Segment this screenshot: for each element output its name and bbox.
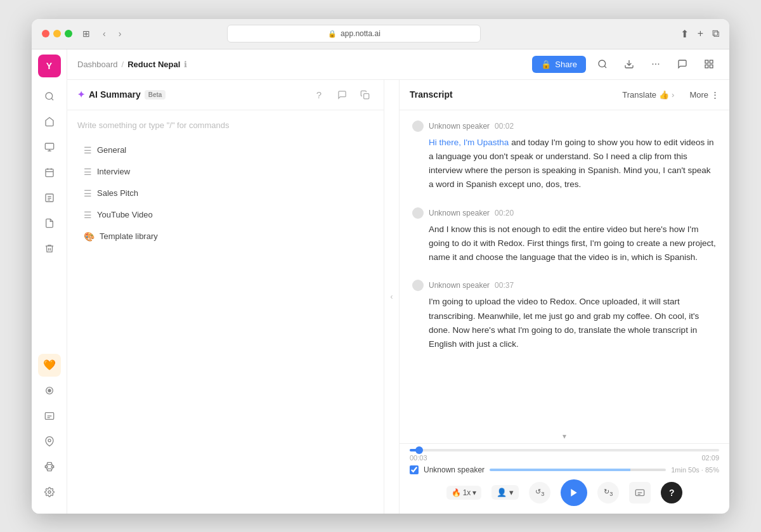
new-tab-button[interactable]: + — [698, 28, 703, 39]
segment-text-2[interactable]: And I know this is not enough to edit th… — [412, 223, 717, 265]
person-icon: 👤 — [497, 488, 507, 497]
speaker-select-button[interactable]: 👤 ▾ — [491, 485, 519, 500]
sidebar-item-settings[interactable] — [38, 481, 61, 503]
template-item-youtube-video[interactable]: ☰ YouTube Video — [77, 205, 374, 225]
user-avatar[interactable]: Y — [38, 55, 61, 77]
breadcrumb-current: Reduct Nepal — [127, 60, 180, 69]
template-item-general[interactable]: ☰ General — [77, 140, 374, 160]
search-top-button[interactable] — [592, 54, 613, 74]
speaker-avatar-2 — [412, 207, 424, 219]
svg-rect-29 — [705, 60, 708, 63]
translate-button[interactable]: Translate 👍 › — [622, 90, 674, 100]
progress-track[interactable] — [410, 449, 719, 451]
transcript-segment-3: Unknown speaker 00:37 I'm going to uploa… — [412, 280, 717, 351]
right-pane-header: Transcript Translate 👍 › More ⋮ — [400, 80, 729, 110]
skip-back-button[interactable]: ↺3 — [529, 482, 550, 503]
beta-badge: Beta — [145, 90, 166, 100]
chat-pane-button[interactable] — [333, 86, 351, 103]
player-speaker-label: Unknown speaker — [424, 465, 485, 474]
speaker-link[interactable]: Hi there, I'm Upastha — [429, 138, 509, 147]
sidebar-item-calendar[interactable] — [38, 161, 61, 184]
transcript-segment-2: Unknown speaker 00:20 And I know this is… — [412, 207, 717, 265]
sidebar-item-subtitles[interactable] — [38, 405, 61, 427]
sidebar-item-notes[interactable] — [38, 212, 61, 235]
sidebar-item-files[interactable] — [38, 136, 61, 159]
speaker-avatar-3 — [412, 280, 424, 291]
minimize-button[interactable] — [53, 30, 61, 37]
template-item-interview[interactable]: ☰ Interview — [77, 162, 374, 182]
sidebar-item-list[interactable] — [38, 186, 61, 209]
download-button[interactable] — [619, 54, 639, 74]
play-button[interactable] — [561, 479, 587, 506]
lock-share-icon: 🔒 — [541, 60, 551, 69]
grid-view-button[interactable] — [699, 54, 719, 74]
segment-text-1[interactable]: Hi there, I'm Upastha and today I'm goin… — [412, 136, 717, 192]
sidebar-item-trash[interactable] — [38, 237, 61, 260]
svg-rect-33 — [363, 93, 368, 98]
close-button[interactable] — [42, 30, 49, 37]
svg-point-0 — [46, 93, 53, 100]
sidebar-item-home[interactable] — [38, 110, 61, 133]
comment-button[interactable] — [672, 54, 693, 74]
maximize-button[interactable] — [65, 30, 72, 37]
sparkle-icon: ✦ — [77, 89, 85, 100]
sidebar-item-plugins[interactable] — [38, 455, 61, 478]
template-icon-sales-pitch: ☰ — [84, 188, 92, 198]
svg-rect-30 — [710, 60, 713, 63]
svg-point-25 — [48, 491, 51, 493]
playback-speed-button[interactable]: 🔥 1x ▾ — [446, 486, 482, 500]
segment-header-1: Unknown speaker 00:02 — [412, 120, 717, 132]
left-pane: ✦ AI Summary Beta ? — [67, 80, 384, 514]
info-icon[interactable]: ℹ — [184, 60, 187, 69]
share-browser-button[interactable]: ⬆ — [680, 28, 689, 40]
player-controls: 🔥 1x ▾ 👤 ▾ ↺3 — [410, 479, 719, 506]
svg-rect-20 — [47, 469, 51, 470]
template-icon-general: ☰ — [84, 145, 92, 155]
svg-marker-34 — [571, 489, 577, 496]
template-list: ☰ General ☰ Interview ☰ Sales Pitch — [77, 140, 374, 247]
more-options-button[interactable]: ··· — [646, 54, 666, 74]
tab-overview-button[interactable]: ⧉ — [712, 28, 719, 39]
more-options-transcript-button[interactable]: More ⋮ — [689, 90, 719, 100]
editor-placeholder[interactable]: Write something or type "/" for commands — [77, 120, 374, 130]
help-button[interactable]: ? — [661, 482, 682, 503]
template-item-sales-pitch[interactable]: ☰ Sales Pitch — [77, 183, 374, 204]
forward-button[interactable]: › — [116, 27, 124, 40]
speaker-name-1: Unknown speaker — [429, 122, 490, 131]
svg-point-14 — [48, 389, 51, 392]
more-dots-icon: ⋮ — [711, 90, 719, 100]
sidebar-toggle-button[interactable]: ⊞ — [80, 27, 93, 40]
progress-bar-container[interactable] — [410, 449, 719, 451]
ai-summary-label: AI Summary — [89, 89, 141, 100]
breadcrumb-parent[interactable]: Dashboard — [77, 60, 118, 69]
address-bar[interactable]: 🔒 app.notta.ai — [227, 25, 481, 42]
chevron-down-speed-icon: ▾ — [472, 488, 476, 497]
speaker-confidence: 85% — [705, 466, 719, 474]
speaker-checkbox[interactable] — [410, 465, 419, 474]
copy-pane-button[interactable] — [356, 86, 374, 103]
sidebar-item-search[interactable] — [38, 85, 61, 108]
speaker-avatar-1 — [412, 120, 424, 132]
back-button[interactable]: ‹ — [100, 27, 108, 40]
breadcrumb-separator: / — [122, 60, 124, 69]
pane-collapse-handle[interactable]: ‹ — [384, 80, 400, 514]
chevron-right-icon: › — [672, 90, 674, 100]
svg-line-27 — [604, 66, 606, 68]
segment-header-3: Unknown speaker 00:37 — [412, 280, 717, 291]
breadcrumb: Dashboard / Reduct Nepal ℹ — [77, 60, 187, 69]
template-item-template-library[interactable]: 🎨 Template library — [77, 226, 374, 247]
segment-text-3[interactable]: I'm going to upload the video to Redox. … — [412, 295, 717, 351]
current-time: 00:03 — [410, 454, 427, 462]
captions-button[interactable] — [629, 482, 651, 503]
sidebar-item-record[interactable] — [38, 379, 61, 402]
timestamp-2: 00:20 — [495, 209, 514, 217]
help-pane-button[interactable]: ? — [310, 86, 328, 103]
transcript-title: Transcript — [410, 89, 453, 100]
speaker-name-2: Unknown speaker — [429, 209, 490, 217]
sidebar-item-location[interactable] — [38, 430, 61, 453]
share-button[interactable]: 🔒 Share — [532, 56, 586, 73]
emoji-button[interactable]: 🧡 — [38, 354, 61, 377]
skip-forward-button[interactable]: ↻3 — [597, 482, 619, 503]
scroll-down-indicator[interactable]: ▾ — [400, 432, 729, 441]
speaker-row: Unknown speaker 1min 50s · 85% — [410, 465, 719, 474]
